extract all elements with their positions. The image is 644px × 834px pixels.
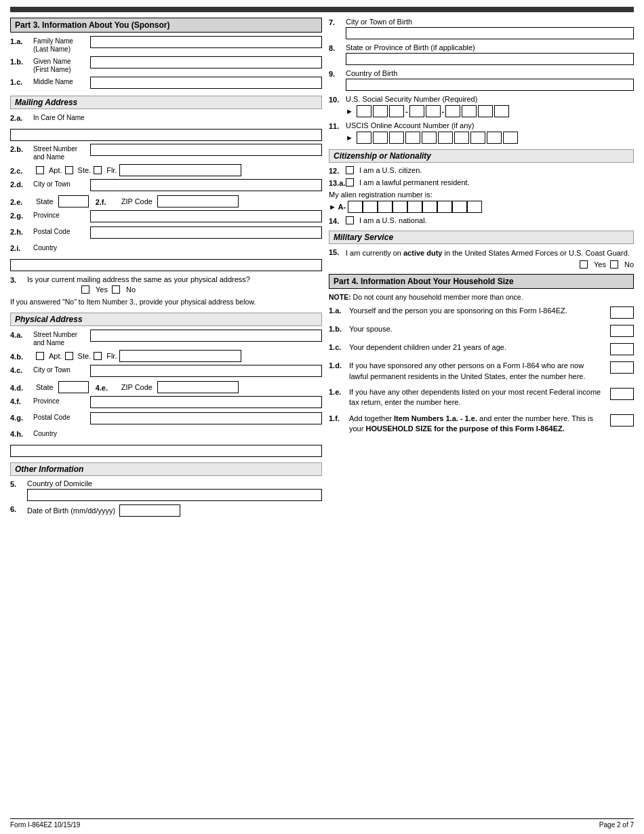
q13a-checkbox[interactable] — [346, 178, 354, 186]
field-4d-4e: 4.d. State 4.e. ZIP Code — [10, 381, 322, 393]
q3-yes-checkbox[interactable] — [81, 285, 89, 294]
q3-no-label: No — [126, 285, 136, 294]
field-2c: 2.c. Apt. Ste. Flr. — [10, 164, 322, 176]
state-mailing-input[interactable] — [58, 195, 89, 207]
field-2i: 2.i. Country — [10, 243, 322, 256]
h1d-input[interactable] — [610, 361, 634, 374]
province-mailing-input[interactable] — [90, 210, 322, 222]
ssn-box-8[interactable] — [478, 105, 493, 117]
household-1a: 1.a. Yourself and the person you are spo… — [329, 306, 634, 319]
alien-box-9[interactable] — [467, 201, 482, 213]
apt-checkbox-physical[interactable] — [36, 352, 44, 360]
h1f-bold2: HOUSEHOLD SIZE for the purpose of this F… — [365, 424, 564, 433]
q14-content: I am a U.S. national. — [346, 216, 634, 224]
ssn-box-3[interactable] — [389, 105, 404, 117]
q3-content: Is your current mailing address the same… — [27, 275, 322, 294]
alien-box-4[interactable] — [393, 201, 407, 213]
uscis-box-9[interactable] — [487, 132, 502, 144]
country-mailing-input[interactable] — [10, 259, 322, 271]
field-4c: 4.c. City or Town — [10, 365, 322, 378]
flr-label-mailing: Flr. — [106, 166, 117, 174]
uscis-box-1[interactable] — [357, 132, 371, 144]
h1e-num: 1.e. — [329, 387, 349, 396]
ssn-box-5[interactable] — [426, 105, 441, 117]
family-name-input[interactable] — [90, 36, 322, 48]
q9-content: Country of Birth — [346, 69, 634, 91]
state-birth-input[interactable] — [346, 53, 634, 65]
state-physical-input[interactable] — [58, 381, 89, 393]
province-physical-input[interactable] — [90, 396, 322, 408]
q15-bold-text: active duty — [403, 249, 442, 257]
uscis-box-2[interactable] — [373, 132, 388, 144]
ssn-box-7[interactable] — [462, 105, 477, 117]
given-name-input[interactable] — [90, 56, 322, 68]
country-domicile-input[interactable] — [27, 489, 322, 501]
uscis-box-5[interactable] — [422, 132, 437, 144]
field-2h: 2.h. Postal Code — [10, 226, 322, 240]
apt-number-physical-input[interactable] — [119, 350, 241, 362]
apt-checkbox-mailing[interactable] — [36, 166, 44, 174]
ssn-box-4[interactable] — [409, 105, 424, 117]
q12-checkbox[interactable] — [346, 166, 354, 174]
zip-mailing-input[interactable] — [157, 195, 239, 207]
city-birth-input[interactable] — [346, 27, 634, 39]
alien-box-6[interactable] — [422, 201, 437, 213]
dob-input[interactable] — [119, 504, 180, 517]
field-1b: 1.b. Given Name (First Name) — [10, 56, 322, 74]
h1a-input[interactable] — [610, 306, 634, 319]
city-mailing-input[interactable] — [90, 179, 322, 191]
alien-box-2[interactable] — [363, 201, 378, 213]
h1b-input[interactable] — [610, 325, 634, 337]
field-4f: 4.f. Province — [10, 396, 322, 410]
top-bar — [10, 7, 634, 12]
q3-no-checkbox[interactable] — [112, 285, 120, 294]
uscis-box-8[interactable] — [470, 132, 485, 144]
alien-box-8[interactable] — [452, 201, 467, 213]
h1c-input[interactable] — [610, 343, 634, 355]
in-care-of-input[interactable] — [10, 129, 322, 141]
q15-yes-checkbox[interactable] — [580, 260, 588, 269]
alien-box-3[interactable] — [378, 201, 393, 213]
q14-num: 14. — [329, 216, 346, 225]
field-1c-label: 1.c. — [10, 77, 31, 86]
h1f-input[interactable] — [610, 414, 634, 426]
question-8: 8. State or Province of Birth (if applic… — [329, 43, 634, 65]
ssn-box-2[interactable] — [373, 105, 388, 117]
uscis-box-4[interactable] — [405, 132, 420, 144]
city-physical-input[interactable] — [90, 365, 322, 377]
field-4b-label: 4.b. — [10, 351, 31, 361]
postal-code-physical-input[interactable] — [90, 412, 322, 424]
main-content: Part 3. Information About You (Sponsor) … — [10, 18, 634, 520]
country-birth-input[interactable] — [346, 79, 634, 91]
uscis-box-6[interactable] — [438, 132, 453, 144]
apt-label-mailing: Apt. — [49, 166, 62, 174]
alien-box-5[interactable] — [407, 201, 422, 213]
q15-no-checkbox[interactable] — [610, 260, 618, 269]
uscis-box-3[interactable] — [389, 132, 404, 144]
field-2i-sublabel: Country — [33, 243, 87, 252]
uscis-box-7[interactable] — [454, 132, 469, 144]
alien-box-7[interactable] — [437, 201, 452, 213]
uscis-box-10[interactable] — [503, 132, 518, 144]
question-3: 3. Is your current mailing address the s… — [10, 275, 322, 294]
q3-note: If you answered "No" to Item Number 3., … — [10, 297, 322, 307]
h1e-input[interactable] — [610, 388, 634, 400]
alien-box-1[interactable] — [348, 201, 363, 213]
ssn-box-1[interactable] — [357, 105, 371, 117]
apt-number-mailing-input[interactable] — [119, 164, 241, 176]
ste-checkbox-mailing[interactable] — [65, 166, 73, 174]
country-physical-input[interactable] — [10, 445, 322, 457]
street-number-physical-input[interactable] — [90, 330, 322, 342]
question-13a: 13.a. I am a lawful permanent resident. — [329, 178, 634, 187]
ssn-box-9[interactable] — [494, 105, 509, 117]
street-number-mailing-input[interactable] — [90, 144, 322, 156]
postal-code-mailing-input[interactable] — [90, 226, 322, 239]
flr-checkbox-physical[interactable] — [94, 352, 102, 360]
ssn-box-6[interactable] — [445, 105, 460, 117]
zip-physical-input[interactable] — [157, 381, 239, 393]
ste-checkbox-physical[interactable] — [65, 352, 73, 360]
q14-checkbox[interactable] — [346, 216, 354, 224]
middle-name-input[interactable] — [90, 77, 322, 89]
flr-checkbox-mailing[interactable] — [94, 166, 102, 174]
q8-text: State or Province of Birth (if applicabl… — [346, 43, 634, 52]
